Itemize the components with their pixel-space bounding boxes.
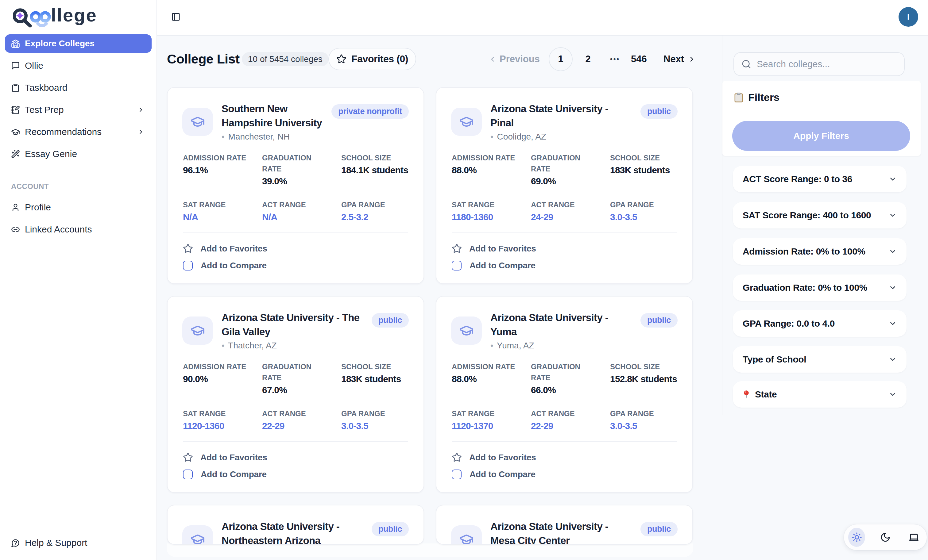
- svg-text:llege: llege: [51, 6, 97, 26]
